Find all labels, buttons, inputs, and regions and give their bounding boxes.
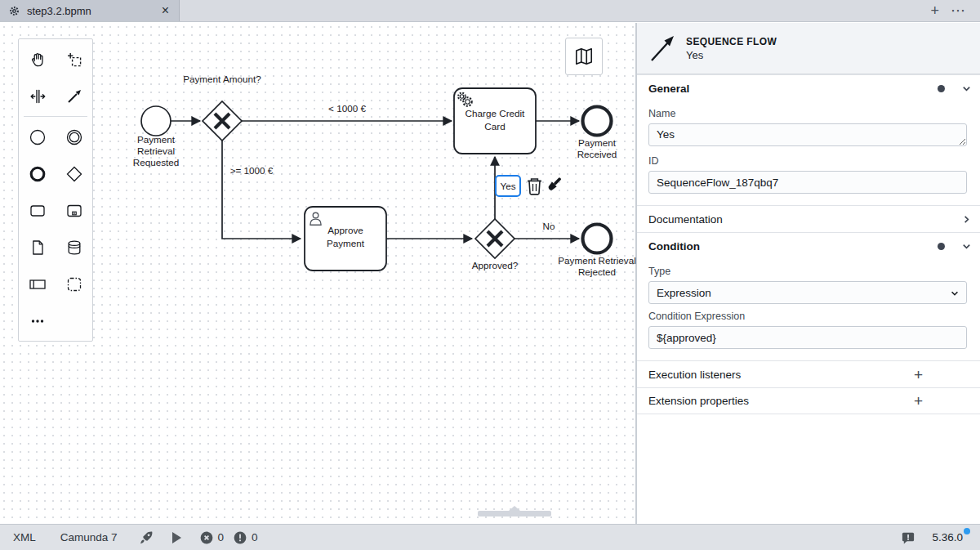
group-title: Documentation [648, 213, 723, 226]
create-intermediate-event[interactable] [56, 118, 92, 155]
group-execution-listeners[interactable]: Execution listeners + [637, 360, 980, 387]
bpmn-file-icon [8, 5, 20, 17]
properties-panel: SEQUENCE FLOW Yes General Name Yes ID Do… [636, 23, 980, 524]
create-subprocess[interactable] [56, 192, 92, 229]
warning-count: 0 [252, 531, 258, 543]
flow-lt1000-label[interactable]: < 1000 € [328, 103, 366, 114]
end-event-payment-received[interactable] [583, 107, 612, 136]
condition-type-select[interactable]: Expression [648, 281, 967, 304]
participant-icon [28, 275, 47, 294]
tab-title: step3.2.bpmn [27, 5, 158, 17]
tab-close-icon[interactable]: × [158, 4, 172, 17]
tab-step3-2-bpmn[interactable]: step3.2.bpmn × [0, 0, 180, 21]
add-execution-listener-button[interactable]: + [914, 367, 923, 382]
xml-view-button[interactable]: XML [10, 531, 39, 543]
group-condition[interactable]: Condition [637, 232, 980, 259]
create-group[interactable] [56, 266, 92, 302]
start-event-label[interactable]: Retrieval [137, 145, 175, 156]
connect-arrow-icon [65, 87, 84, 106]
flow-gte1000[interactable] [222, 141, 301, 239]
group-title: General [648, 83, 689, 95]
start-event-icon [28, 127, 47, 147]
chevron-down-icon[interactable] [960, 83, 972, 94]
gateway2-label[interactable]: Approved? [472, 260, 519, 271]
general-fields: Name Yes ID [637, 108, 980, 205]
chevron-right-icon[interactable] [960, 213, 972, 225]
start-event-payment-retrieval-requested[interactable] [141, 106, 171, 136]
group-title: Condition [648, 240, 700, 253]
flow-no-label[interactable]: No [543, 221, 555, 231]
flow-yes-label[interactable]: Yes [500, 181, 515, 191]
id-input[interactable] [648, 171, 967, 194]
palette [18, 38, 93, 342]
create-data-object[interactable] [19, 229, 56, 266]
task-charge-label: Charge Credit [466, 108, 526, 118]
group-extension-properties[interactable]: Extension properties + [637, 387, 980, 414]
task-approve-label: Approve [327, 225, 363, 235]
start-instance-play-icon[interactable] [172, 532, 182, 543]
group-documentation[interactable]: Documentation [637, 205, 980, 232]
group-icon [65, 275, 84, 294]
palette-show-more[interactable] [19, 302, 56, 339]
bpmn-diagram: Payment Retrieval Requested Payment Amou… [0, 23, 636, 524]
new-tab-button[interactable]: + [930, 3, 939, 18]
hand-icon [28, 50, 47, 69]
condition-fields: Type Expression Condition Expression [637, 266, 980, 360]
hand-tool[interactable] [19, 41, 56, 78]
add-extension-property-button[interactable]: + [914, 393, 923, 409]
group-title: Extension properties [648, 395, 749, 407]
start-event-label[interactable]: Payment [137, 134, 176, 145]
change-element-brush-icon[interactable] [547, 176, 563, 191]
space-icon [28, 87, 47, 106]
global-connect-tool[interactable] [56, 78, 92, 114]
minimap-toggle-button[interactable] [565, 38, 603, 75]
group-data-dot-icon [938, 85, 945, 92]
flow-gte1000-label[interactable]: >= 1000 € [230, 165, 274, 176]
gateway-icon [65, 164, 84, 184]
lasso-tool[interactable] [56, 41, 92, 78]
condition-type-label: Type [648, 266, 967, 277]
end-event-icon [28, 164, 47, 184]
name-input[interactable]: Yes [648, 123, 967, 146]
map-icon [573, 46, 595, 67]
condition-expression-label: Condition Expression [648, 311, 967, 322]
deploy-rocket-icon[interactable] [139, 530, 154, 545]
task-approve-label: Payment [327, 238, 365, 248]
engine-selector[interactable]: Camunda 7 [57, 531, 121, 543]
space-tool[interactable] [19, 78, 56, 114]
condition-expression-input[interactable] [648, 326, 967, 349]
feedback-icon[interactable] [901, 530, 915, 545]
end-rejected-label[interactable]: Payment Retrieval [558, 255, 636, 266]
create-data-store[interactable] [56, 229, 92, 266]
create-participant[interactable] [19, 266, 56, 302]
element-type: SEQUENCE FLOW [686, 36, 777, 47]
create-start-event[interactable] [19, 118, 56, 155]
group-general[interactable]: General [637, 74, 980, 101]
create-end-event[interactable] [19, 155, 56, 192]
update-available-dot [964, 528, 970, 534]
element-name: Yes [686, 49, 777, 61]
tab-bar: step3.2.bpmn × + ⋯ [0, 0, 980, 22]
chevron-down-icon[interactable] [960, 240, 972, 252]
end-received-label[interactable]: Received [577, 149, 617, 159]
error-count-icon[interactable] [200, 531, 213, 544]
palette-separator [24, 116, 87, 117]
end-rejected-label[interactable]: Rejected [578, 266, 616, 277]
warning-count-icon[interactable] [234, 531, 247, 544]
bpmn-canvas[interactable]: Payment Retrieval Requested Payment Amou… [0, 23, 636, 524]
create-gateway[interactable] [56, 155, 92, 192]
end-received-label[interactable]: Payment [578, 137, 617, 148]
id-label: ID [648, 155, 967, 167]
create-task[interactable] [19, 192, 56, 229]
tabbar-more-icon[interactable]: ⋯ [951, 3, 965, 18]
version-info[interactable]: 5.36.0 [932, 531, 969, 543]
delete-trash-icon[interactable] [528, 179, 541, 195]
end-event-payment-retrieval-rejected[interactable] [583, 225, 612, 253]
start-event-label[interactable]: Requested [133, 157, 180, 168]
data-object-icon [28, 238, 47, 257]
ellipsis-icon [28, 311, 47, 331]
group-data-dot-icon [938, 243, 945, 250]
bottom-panel-handle[interactable] [478, 511, 551, 516]
error-count: 0 [218, 531, 225, 543]
gateway1-label[interactable]: Payment Amount? [183, 74, 261, 84]
